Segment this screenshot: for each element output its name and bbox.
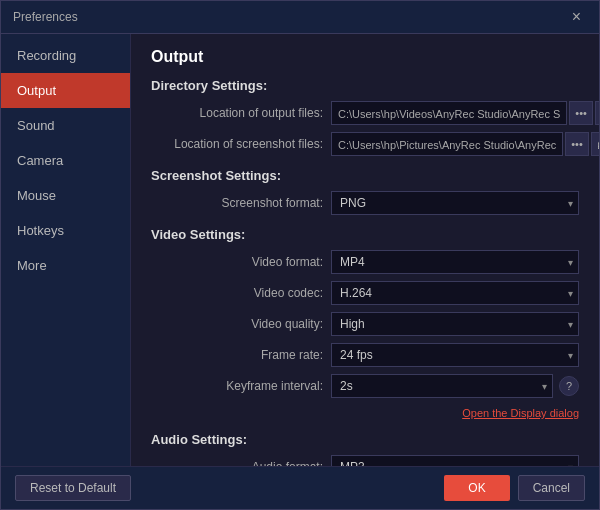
video-codec-select-wrapper: H.264 H.265 VP8 VP9 ▾ xyxy=(331,281,579,305)
video-format-label: Video format: xyxy=(151,255,331,269)
content-area: Output Directory Settings: Location of o… xyxy=(131,34,599,466)
open-display-dialog-link[interactable]: Open the Display dialog xyxy=(462,407,579,419)
video-settings-title: Video Settings: xyxy=(151,227,579,242)
video-codec-label: Video codec: xyxy=(151,286,331,300)
screenshot-files-label: Location of screenshot files: xyxy=(151,137,331,151)
screenshot-files-dots-button[interactable]: ••• xyxy=(565,132,589,156)
keyframe-row: Keyframe interval: 2s 1s 3s 5s ▾ ? xyxy=(151,374,579,398)
output-files-path: C:\Users\hp\Videos\AnyRec Studio\AnyRec … xyxy=(331,101,567,125)
frame-rate-select[interactable]: 24 fps 30 fps 60 fps xyxy=(331,343,579,367)
sidebar-item-hotkeys[interactable]: Hotkeys xyxy=(1,213,130,248)
directory-settings-title: Directory Settings: xyxy=(151,78,579,93)
screenshot-files-row: Location of screenshot files: C:\Users\h… xyxy=(151,132,579,156)
cancel-button[interactable]: Cancel xyxy=(518,475,585,501)
screenshot-format-select[interactable]: PNG JPG BMP GIF xyxy=(331,191,579,215)
sidebar: Recording Output Sound Camera Mouse Hotk… xyxy=(1,34,131,466)
sidebar-item-mouse[interactable]: Mouse xyxy=(1,178,130,213)
screenshot-format-row: Screenshot format: PNG JPG BMP GIF ▾ xyxy=(151,191,579,215)
sidebar-item-sound[interactable]: Sound xyxy=(1,108,130,143)
main-content: Recording Output Sound Camera Mouse Hotk… xyxy=(1,34,599,466)
screenshot-files-folder-button[interactable]: 🗁 xyxy=(591,132,599,156)
video-quality-label: Video quality: xyxy=(151,317,331,331)
screenshot-settings-title: Screenshot Settings: xyxy=(151,168,579,183)
dialog-title: Preferences xyxy=(13,10,78,24)
audio-format-select-wrapper: MP3 AAC WAV FLAC ▾ xyxy=(331,455,579,466)
video-format-select-wrapper: MP4 MKV AVI MOV ▾ xyxy=(331,250,579,274)
frame-rate-select-wrapper: 24 fps 30 fps 60 fps ▾ xyxy=(331,343,579,367)
video-format-select[interactable]: MP4 MKV AVI MOV xyxy=(331,250,579,274)
page-title: Output xyxy=(151,48,579,66)
output-files-folder-button[interactable]: 🗁 xyxy=(595,101,599,125)
keyframe-label: Keyframe interval: xyxy=(151,379,331,393)
audio-format-select[interactable]: MP3 AAC WAV FLAC xyxy=(331,455,579,466)
output-files-label: Location of output files: xyxy=(151,106,331,120)
audio-settings-title: Audio Settings: xyxy=(151,432,579,447)
screenshot-format-select-wrapper: PNG JPG BMP GIF ▾ xyxy=(331,191,579,215)
output-files-input-group: C:\Users\hp\Videos\AnyRec Studio\AnyRec … xyxy=(331,101,599,125)
reset-button[interactable]: Reset to Default xyxy=(15,475,131,501)
screenshot-files-input-group: C:\Users\hp\Pictures\AnyRec Studio\AnyRe… xyxy=(331,132,599,156)
video-quality-select-wrapper: High Medium Low ▾ xyxy=(331,312,579,336)
close-button[interactable]: × xyxy=(566,7,587,27)
ok-button[interactable]: OK xyxy=(444,475,509,501)
sidebar-item-more[interactable]: More xyxy=(1,248,130,283)
video-format-row: Video format: MP4 MKV AVI MOV ▾ xyxy=(151,250,579,274)
frame-rate-row: Frame rate: 24 fps 30 fps 60 fps ▾ xyxy=(151,343,579,367)
screenshot-format-label: Screenshot format: xyxy=(151,196,331,210)
keyframe-select[interactable]: 2s 1s 3s 5s xyxy=(331,374,553,398)
video-quality-select[interactable]: High Medium Low xyxy=(331,312,579,336)
sidebar-item-camera[interactable]: Camera xyxy=(1,143,130,178)
audio-format-row: Audio format: MP3 AAC WAV FLAC ▾ xyxy=(151,455,579,466)
preferences-dialog: Preferences × Recording Output Sound Cam… xyxy=(0,0,600,510)
video-codec-select[interactable]: H.264 H.265 VP8 VP9 xyxy=(331,281,579,305)
sidebar-item-recording[interactable]: Recording xyxy=(1,38,130,73)
output-files-row: Location of output files: C:\Users\hp\Vi… xyxy=(151,101,579,125)
title-bar: Preferences × xyxy=(1,1,599,34)
keyframe-select-wrapper: 2s 1s 3s 5s ▾ xyxy=(331,374,553,398)
bottom-bar: Reset to Default OK Cancel xyxy=(1,466,599,509)
output-files-dots-button[interactable]: ••• xyxy=(569,101,593,125)
frame-rate-label: Frame rate: xyxy=(151,348,331,362)
sidebar-item-output[interactable]: Output xyxy=(1,73,130,108)
confirm-buttons: OK Cancel xyxy=(444,475,585,501)
display-link-row: Open the Display dialog xyxy=(151,405,579,420)
video-quality-row: Video quality: High Medium Low ▾ xyxy=(151,312,579,336)
screenshot-files-path: C:\Users\hp\Pictures\AnyRec Studio\AnyRe… xyxy=(331,132,563,156)
keyframe-help-button[interactable]: ? xyxy=(559,376,579,396)
video-codec-row: Video codec: H.264 H.265 VP8 VP9 ▾ xyxy=(151,281,579,305)
